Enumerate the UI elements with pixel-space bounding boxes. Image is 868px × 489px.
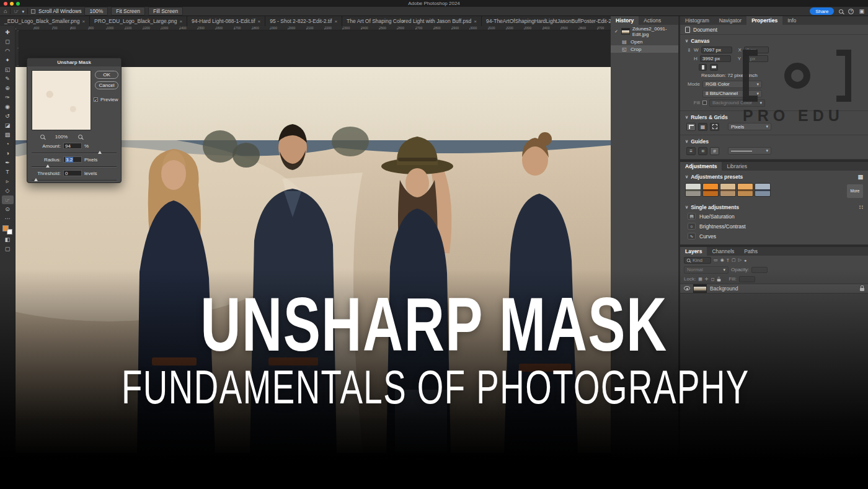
cancel-button[interactable]: Cancel <box>95 81 118 89</box>
history-snapshot-row[interactable]: ✓ Zdunes2_0091-Edit.jpg <box>611 25 678 38</box>
document-tab[interactable]: 95 - Shot 2-822-3-Edit-2.tif × <box>265 16 342 26</box>
preset-thumb[interactable] <box>702 183 719 197</box>
adjustment-item[interactable]: ∿ Curves <box>680 231 868 241</box>
guide-rows-button[interactable]: ≡ <box>686 147 696 155</box>
close-icon[interactable]: × <box>179 19 182 24</box>
panel-tab[interactable]: Properties <box>746 16 782 25</box>
preview-checkbox[interactable]: ✓ <box>94 97 98 102</box>
share-button[interactable]: Share <box>810 7 834 15</box>
preset-thumb[interactable] <box>685 183 701 197</box>
adjustment-item[interactable]: ☼ Brightness/Contrast <box>680 222 868 231</box>
filter-shape-icon[interactable]: ▢ <box>732 258 736 262</box>
panel-tab[interactable]: Layers <box>680 247 707 256</box>
threshold-input[interactable]: 0 <box>63 170 82 176</box>
filter-adjustment-icon[interactable]: ◉ <box>720 258 724 262</box>
close-icon[interactable]: × <box>334 19 337 24</box>
preset-thumb[interactable] <box>755 183 771 197</box>
lock-paint-icon[interactable]: ✛ <box>705 277 709 282</box>
panel-tab[interactable]: History <box>611 16 639 25</box>
tool-button[interactable]: ◻ <box>2 37 14 46</box>
tool-button[interactable]: ⊕ <box>2 84 14 92</box>
guides-header[interactable]: ∨ Guides <box>680 137 868 146</box>
snap-toggle-button[interactable] <box>710 123 719 131</box>
panel-tab[interactable]: Info <box>782 16 801 25</box>
history-open-row[interactable]: ▤ Open <box>611 38 678 45</box>
adjustment-item[interactable]: ▤ Hue/Saturation <box>680 212 868 222</box>
adjustments-presets-header[interactable]: ∨ Adjustments presets ▤ <box>680 173 868 181</box>
presets-menu-icon[interactable]: ▤ <box>857 174 863 180</box>
tool-button[interactable]: ✑ <box>2 93 14 102</box>
grid-view-icon[interactable]: ∷ <box>859 204 863 210</box>
canvas-section-header[interactable]: ∨ Canvas <box>680 37 868 45</box>
width-input[interactable]: 7097 px <box>701 47 732 53</box>
document-tab[interactable]: The Art Of Shaping Colored Light with Ja… <box>342 16 482 26</box>
height-input[interactable]: 3992 px <box>700 55 731 62</box>
layer-visibility-icon[interactable] <box>684 286 690 290</box>
link-dimensions-icon[interactable]: ∞ <box>686 48 692 52</box>
filter-smart-icon[interactable]: ▷ <box>738 258 742 262</box>
guide-custom-button[interactable]: # <box>710 147 719 155</box>
tool-button[interactable]: ◇ <box>2 186 14 195</box>
grid-toggle-button[interactable]: ▦ <box>698 123 707 131</box>
dialog-title[interactable]: Unsharp Mask <box>27 58 121 66</box>
home-icon[interactable]: ⌂ <box>4 9 7 14</box>
document-tab[interactable]: 94-Hard Light-088-1-Edit.tif × <box>187 16 265 26</box>
threshold-slider[interactable] <box>32 178 117 182</box>
tool-button[interactable]: ⋯ <box>2 214 14 223</box>
tool-button[interactable]: ⊙ <box>2 205 14 213</box>
single-adjustments-header[interactable]: ∨ Single adjustments ∷ <box>680 203 868 212</box>
tool-button[interactable]: ▹ <box>2 177 14 186</box>
workspace-icon[interactable]: ▣ <box>859 9 864 14</box>
tool-button[interactable]: T <box>2 168 14 176</box>
portrait-orientation-button[interactable] <box>699 64 707 71</box>
ok-button[interactable]: OK <box>95 71 118 79</box>
lock-transparent-icon[interactable]: ▦ <box>698 277 702 282</box>
filter-type-icon[interactable]: T <box>727 258 729 262</box>
tool-button[interactable]: ◑ <box>2 149 14 158</box>
tool-button[interactable]: ✒ <box>2 158 14 167</box>
history-crop-row[interactable]: ◱ Crop <box>611 45 678 53</box>
document-tab[interactable]: PRO_EDU_Logo_Black_Large.png × <box>90 16 187 26</box>
tool-button[interactable]: ✚ <box>2 28 14 37</box>
zoom-out-icon[interactable] <box>40 135 45 139</box>
panel-tab[interactable]: Channels <box>707 247 739 256</box>
background-color-swatch[interactable] <box>7 229 12 235</box>
background-layer-row[interactable]: Background <box>680 284 868 294</box>
document-canvas[interactable]: 6007008009001000110012001300140015001600… <box>16 26 611 489</box>
guide-style-dropdown[interactable]: ▾ <box>728 147 771 155</box>
tool-button[interactable]: ☞ <box>2 195 14 204</box>
guide-columns-button[interactable]: ≡ <box>698 147 707 155</box>
dialog-preview-image[interactable] <box>32 70 91 130</box>
panel-tab[interactable]: Actions <box>639 16 666 25</box>
tool-button[interactable]: ✎ <box>2 74 14 83</box>
fill-screen-button[interactable]: Fill Screen <box>148 7 183 16</box>
document-type-row[interactable]: Document <box>680 25 868 35</box>
ruler-toggle-button[interactable] <box>686 123 696 131</box>
quick-mask-button[interactable]: ◧ <box>2 235 14 244</box>
more-presets-button[interactable]: More <box>847 184 863 198</box>
tool-button[interactable]: ◠ <box>2 47 14 55</box>
tool-button[interactable]: ✦ <box>2 56 14 65</box>
close-icon[interactable]: × <box>82 19 85 24</box>
tool-button[interactable]: ◔ <box>2 140 14 148</box>
search-icon[interactable] <box>839 9 843 14</box>
zoom-100-button[interactable]: 100% <box>84 7 108 16</box>
filter-toggle-icon[interactable]: ● <box>744 258 746 262</box>
amount-input[interactable]: 94 <box>63 143 82 149</box>
panel-tab[interactable]: Libraries <box>722 162 752 171</box>
panel-tab[interactable]: Adjustments <box>680 162 722 171</box>
radius-input[interactable]: 3.2 <box>63 156 82 163</box>
tool-button[interactable]: ◱ <box>2 65 14 74</box>
panel-tab[interactable]: Paths <box>739 247 763 256</box>
tool-button[interactable]: ◉ <box>2 102 14 111</box>
preset-thumb[interactable] <box>720 183 736 197</box>
document-tab[interactable]: _EDU_Logo_Black_Smaller.png × <box>0 16 90 26</box>
hand-tool-icon[interactable]: ☞ <box>14 9 19 14</box>
panel-tab[interactable]: Navigator <box>714 16 746 25</box>
zoom-in-icon[interactable] <box>78 135 82 139</box>
close-icon[interactable]: × <box>474 19 477 24</box>
radius-slider[interactable] <box>32 164 117 168</box>
chevron-down-icon[interactable]: ▾ <box>22 9 25 14</box>
lock-position-icon[interactable]: ◻ <box>711 277 715 282</box>
kind-filter[interactable]: Kind <box>684 257 711 264</box>
